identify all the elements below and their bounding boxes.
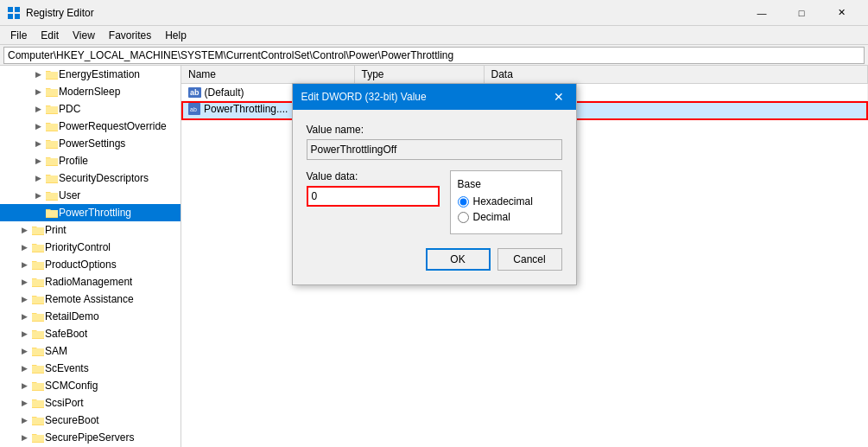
expand-arrow: ▶ <box>31 105 45 113</box>
folder-icon <box>31 327 45 341</box>
tree-item-ScsiPort[interactable]: ▶ ScsiPort <box>0 394 181 412</box>
expand-arrow: ▶ <box>31 174 45 182</box>
tree-label: ProductOptions <box>45 259 117 271</box>
tree-label: SAM <box>45 345 67 357</box>
tree-item-RetailDemo[interactable]: ▶ RetailDemo <box>0 308 181 325</box>
tree-label: PDC <box>59 103 80 115</box>
base-section: Base Hexadecimal Decimal <box>450 170 562 234</box>
tree-item-ModernSleep[interactable]: ▶ ModernSleep <box>0 83 181 100</box>
tree-item-SafeBoot[interactable]: ▶ SafeBoot <box>0 325 181 342</box>
dialog-title: Edit DWORD (32-bit) Value <box>301 91 427 103</box>
expand-arrow: ▶ <box>17 329 31 338</box>
expand-arrow: ▶ <box>17 243 31 252</box>
value-data-input[interactable] <box>307 186 440 207</box>
tree-item-RadioManagement[interactable]: ▶ RadioManagement <box>0 273 181 291</box>
tree-label: PowerThrottling <box>59 207 131 219</box>
tree-label: SCMConfig <box>45 380 98 392</box>
tree-label: ModernSleep <box>59 86 120 98</box>
edit-dword-dialog: Edit DWORD (32-bit) Value ✕ Value name: … <box>292 83 577 285</box>
folder-icon <box>31 344 45 358</box>
folder-icon <box>45 188 59 202</box>
value-data-section: Value data: <box>307 170 440 207</box>
value-name-input[interactable] <box>307 139 562 160</box>
tree-item-RemoteAssistance[interactable]: ▶ Remote Assistance <box>0 291 181 308</box>
hexadecimal-radio-label[interactable]: Hexadecimal <box>458 195 554 208</box>
maximize-button[interactable]: □ <box>782 0 821 26</box>
window-controls: — □ ✕ <box>742 0 861 26</box>
expand-arrow: ▶ <box>31 122 45 131</box>
window-title: Registry Editor <box>26 7 742 19</box>
expand-arrow: ▶ <box>31 191 45 200</box>
tree-item-ProductOptions[interactable]: ▶ ProductOptions <box>0 256 181 273</box>
dialog-close-button[interactable]: ✕ <box>550 88 567 105</box>
svg-rect-0 <box>8 7 13 12</box>
tree-label: Remote Assistance <box>45 293 134 305</box>
expand-arrow: ▶ <box>17 226 31 234</box>
menu-help[interactable]: Help <box>158 26 193 45</box>
menu-favorites[interactable]: Favorites <box>102 26 158 45</box>
decimal-radio-label[interactable]: Decimal <box>458 211 554 223</box>
close-button[interactable]: ✕ <box>821 0 861 26</box>
folder-icon <box>31 379 45 393</box>
folder-icon <box>45 206 59 220</box>
reg-dword-icon: ab <box>188 103 200 115</box>
tree-item-EnergyEstimation[interactable]: ▶ EnergyEstimation <box>0 66 181 83</box>
dialog-title-bar: Edit DWORD (32-bit) Value ✕ <box>293 84 576 110</box>
col-header-type: Type <box>354 66 484 84</box>
expand-arrow: ▶ <box>17 278 31 286</box>
ok-button[interactable]: OK <box>426 248 491 271</box>
menu-edit[interactable]: Edit <box>34 26 66 45</box>
tree-label: PowerSettings <box>59 137 125 150</box>
folder-icon <box>31 310 45 323</box>
tree-item-SCMConfig[interactable]: ▶ SCMConfig <box>0 377 181 394</box>
dialog-body: Value name: Value data: Base Hexadecimal <box>293 110 576 284</box>
decimal-radio[interactable] <box>458 212 469 223</box>
tree-item-PowerRequestOverride[interactable]: ▶ PowerRequestOverride <box>0 118 181 135</box>
folder-icon <box>31 275 45 289</box>
menu-view[interactable]: View <box>66 26 102 45</box>
folder-icon <box>45 171 59 185</box>
folder-icon <box>45 137 59 150</box>
folder-icon <box>31 292 45 306</box>
folder-icon <box>45 154 59 168</box>
tree-label: SecureBoot <box>45 414 99 426</box>
tree-item-PriorityControl[interactable]: ▶ PriorityControl <box>0 239 181 256</box>
expand-arrow: ▶ <box>17 347 31 355</box>
tree-item-User[interactable]: ▶ User <box>0 187 181 204</box>
expand-arrow: ▶ <box>17 295 31 303</box>
address-input[interactable] <box>3 47 865 64</box>
tree-item-PowerSettings[interactable]: ▶ PowerSettings <box>0 135 181 152</box>
tree-label: SafeBoot <box>45 328 87 340</box>
expand-arrow: ▶ <box>31 156 45 165</box>
dialog-buttons: OK Cancel <box>307 248 562 271</box>
folder-icon <box>31 361 45 375</box>
col-header-name: Name <box>181 66 354 84</box>
tree-label: User <box>59 189 80 201</box>
svg-rect-2 <box>8 14 13 19</box>
minimize-button[interactable]: — <box>742 0 782 26</box>
cancel-button[interactable]: Cancel <box>497 248 562 271</box>
tree-item-PDC[interactable]: ▶ PDC <box>0 100 181 118</box>
expand-arrow: ▶ <box>17 399 31 407</box>
expand-arrow: ▶ <box>31 139 45 148</box>
tree-item-SecureBoot[interactable]: ▶ SecureBoot <box>0 412 181 429</box>
tree-item-SecurePipeServers[interactable]: ▶ SecurePipeServers <box>0 429 181 446</box>
tree-item-ScEvents[interactable]: ▶ ScEvents <box>0 360 181 377</box>
expand-arrow: ▶ <box>17 260 31 269</box>
folder-icon <box>31 396 45 410</box>
hexadecimal-radio[interactable] <box>458 196 469 208</box>
expand-arrow: ▶ <box>17 312 31 321</box>
menu-file[interactable]: File <box>3 26 34 45</box>
tree-item-Profile[interactable]: ▶ Profile <box>0 152 181 169</box>
tree-label: RadioManagement <box>45 276 132 288</box>
tree-item-SAM[interactable]: ▶ SAM <box>0 342 181 360</box>
tree-item-Print[interactable]: ▶ Print <box>0 221 181 239</box>
folder-icon <box>31 223 45 237</box>
tree-label: PriorityControl <box>45 241 111 253</box>
value-name-label: Value name: <box>307 124 562 136</box>
tree-label: SecurePipeServers <box>45 431 134 444</box>
address-bar <box>0 45 868 66</box>
tree-label: ScsiPort <box>45 397 84 409</box>
tree-item-SecurityDescriptors[interactable]: ▶ SecurityDescriptors <box>0 169 181 187</box>
tree-item-PowerThrottling[interactable]: PowerThrottling <box>0 204 181 221</box>
